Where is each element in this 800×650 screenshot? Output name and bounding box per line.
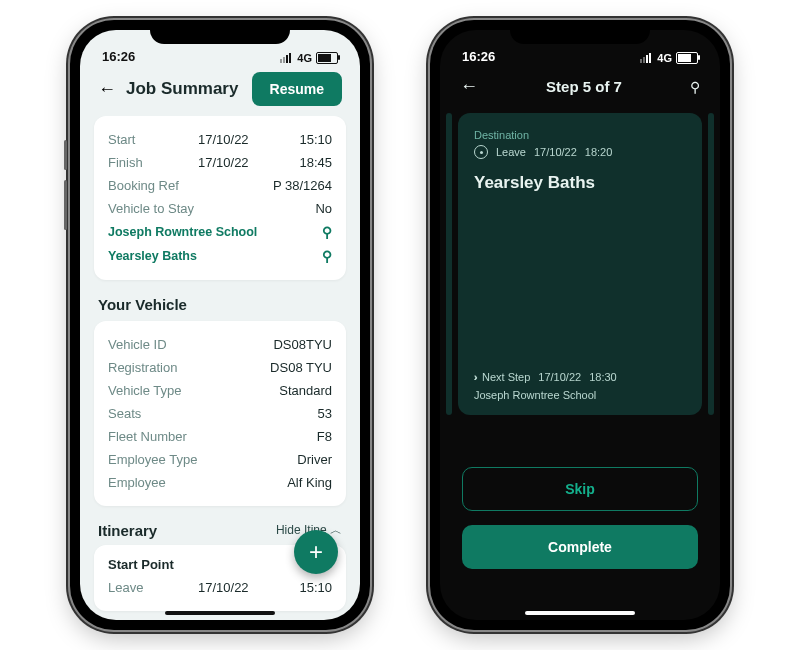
target-icon bbox=[474, 145, 488, 159]
phone-light: 16:26 4G ← Job Summary Resume Start17/10… bbox=[70, 20, 370, 630]
back-arrow-icon[interactable]: ← bbox=[98, 79, 116, 100]
pin-icon: ⚲ bbox=[322, 224, 332, 240]
destination-label: Destination bbox=[474, 129, 686, 141]
signal-icon bbox=[640, 53, 651, 63]
status-time: 16:26 bbox=[102, 49, 135, 64]
home-indicator[interactable] bbox=[165, 611, 275, 615]
signal-icon bbox=[280, 53, 291, 63]
location-link-1[interactable]: Joseph Rowntree School⚲ bbox=[108, 220, 332, 244]
summary-card: Start17/10/2215:10 Finish17/10/2218:45 B… bbox=[94, 116, 346, 280]
location-icon[interactable]: ⚲ bbox=[690, 79, 700, 95]
destination-name: Yearsley Baths bbox=[474, 173, 686, 193]
notch bbox=[510, 20, 650, 44]
status-time: 16:26 bbox=[462, 49, 495, 64]
notch bbox=[150, 20, 290, 44]
next-place: Joseph Rowntree School bbox=[474, 389, 686, 401]
phone-dark: 16:26 4G ← Step 5 of 7 ⚲ Destination Lea bbox=[430, 20, 730, 630]
page-title: Job Summary bbox=[126, 79, 238, 99]
back-arrow-icon[interactable]: ← bbox=[460, 76, 478, 97]
vehicle-card: Vehicle IDDS08TYU RegistrationDS08 TYU V… bbox=[94, 321, 346, 506]
location-link-2[interactable]: Yearsley Baths⚲ bbox=[108, 244, 332, 268]
pin-icon: ⚲ bbox=[322, 248, 332, 264]
network-label: 4G bbox=[657, 52, 672, 64]
chevron-up-icon: ︿ bbox=[330, 523, 342, 537]
plus-icon: + bbox=[309, 538, 323, 566]
vehicle-section-title: Your Vehicle bbox=[94, 292, 346, 321]
resume-button[interactable]: Resume bbox=[252, 72, 342, 106]
add-fab-button[interactable]: + bbox=[294, 530, 338, 574]
skip-button[interactable]: Skip bbox=[462, 467, 698, 511]
battery-icon bbox=[316, 52, 338, 64]
home-indicator[interactable] bbox=[525, 611, 635, 615]
itinerary-title: Itinerary bbox=[98, 522, 157, 539]
network-label: 4G bbox=[297, 52, 312, 64]
destination-card[interactable]: Destination Leave 17/10/22 18:20 Yearsle… bbox=[458, 113, 702, 415]
step-indicator: Step 5 of 7 bbox=[546, 78, 622, 95]
battery-icon bbox=[676, 52, 698, 64]
complete-button[interactable]: Complete bbox=[462, 525, 698, 569]
